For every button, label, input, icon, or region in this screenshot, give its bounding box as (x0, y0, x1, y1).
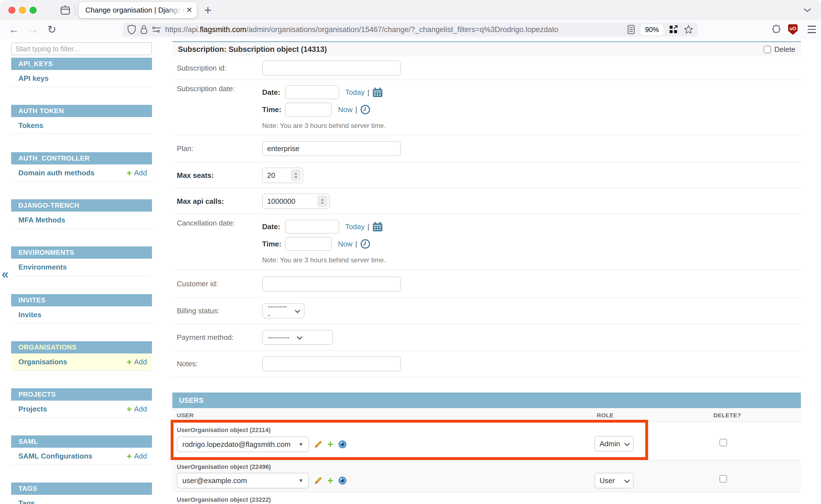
timezone-note: Note: You are 3 hours behind server time… (262, 256, 386, 264)
view-eye-icon[interactable] (338, 440, 346, 449)
tab-strip: Change organisation | Django site ad ✕ + (0, 0, 821, 20)
delete-user-checkbox[interactable] (720, 475, 727, 483)
close-window-button[interactable] (8, 7, 15, 14)
page-content: « API_KEYS API keys AUTH TOKEN Tokens AU… (0, 39, 821, 504)
lock-icon[interactable] (140, 25, 148, 35)
ublock-extension-icon[interactable]: uO (788, 24, 798, 35)
sidebar-collapse-toggle[interactable]: « (2, 267, 8, 281)
payment-method-select[interactable]: --------- (262, 330, 333, 345)
sidebar-item-environments[interactable]: Environments (11, 259, 152, 276)
field-label: Subscription date: (177, 84, 262, 93)
url-bar[interactable]: https://api.flagsmith.com/admin/organisa… (123, 23, 698, 37)
sidebar-item-tokens[interactable]: Tokens (11, 117, 152, 134)
zoom-level-button[interactable]: 90% (641, 24, 663, 35)
url-scheme: https:// (165, 25, 188, 34)
subscription-date-input[interactable] (285, 85, 339, 99)
edit-pencil-icon[interactable] (314, 440, 322, 449)
url-text[interactable]: https://api.flagsmith.com/admin/organisa… (165, 25, 627, 34)
plan-input[interactable] (262, 141, 401, 156)
add-link[interactable]: +Add (127, 357, 147, 366)
user-row: UserOrganisation object (22114) rodrigo.… (172, 422, 801, 461)
now-link[interactable]: Now (338, 105, 352, 114)
role-select[interactable]: User (595, 473, 634, 488)
form-row-cancellation-date: Cancellation date: Date: Today | (172, 214, 801, 270)
sidebar-item-label: Tags (18, 499, 35, 504)
sidebar-item-label: API keys (18, 74, 49, 83)
calendar-icon[interactable] (372, 221, 383, 232)
add-link[interactable]: +Add (127, 168, 147, 177)
add-label: Add (134, 358, 147, 366)
sidebar-section-projects: PROJECTS Projects +Add (11, 388, 152, 427)
section-footer (11, 229, 152, 238)
tab-overflow-chevron-icon[interactable] (803, 8, 812, 13)
calendar-icon[interactable] (372, 87, 383, 98)
customer-id-input[interactable] (262, 277, 401, 292)
delete-subscription-checkbox[interactable] (764, 46, 771, 53)
form-row-plan: Plan: (172, 135, 801, 163)
notes-input[interactable] (262, 356, 401, 371)
navigation-toolbar: ← → ↻ https://api.flagsmith.com/admin/or… (0, 20, 821, 39)
user-object-label: UserOrganisation object (22496) (172, 461, 801, 471)
maximize-window-button[interactable] (30, 7, 37, 14)
user-object-label: UserOrganisation object (22114) (172, 422, 801, 434)
sidebar-item-projects[interactable]: Projects +Add (11, 401, 152, 418)
add-label: Add (134, 405, 147, 413)
today-link[interactable]: Today (345, 88, 364, 97)
minimize-window-button[interactable] (19, 7, 26, 14)
users-section-header: USERS (172, 392, 801, 408)
billing-status-select[interactable]: --------- (262, 303, 304, 318)
sidebar-item-saml-configurations[interactable]: SAML Configurations +Add (11, 448, 152, 465)
back-button[interactable]: ← (9, 23, 19, 36)
number-spinner[interactable]: ▴▾ (291, 169, 301, 181)
section-header: AUTH TOKEN (11, 105, 152, 117)
now-link[interactable]: Now (338, 240, 352, 248)
user-select[interactable]: user@example.com ▼ (177, 473, 309, 488)
sidebar-toggle-icon[interactable] (60, 4, 71, 16)
separator: | (367, 222, 369, 231)
add-link[interactable]: +Add (127, 452, 147, 461)
active-tab[interactable]: Change organisation | Django site ad ✕ (79, 2, 197, 18)
permissions-icon[interactable] (152, 26, 162, 33)
bookmark-star-icon[interactable] (684, 25, 693, 34)
max-api-calls-input[interactable] (263, 197, 317, 206)
tab-close-icon[interactable]: ✕ (186, 6, 192, 14)
delete-user-checkbox[interactable] (720, 439, 727, 446)
reader-view-icon[interactable] (627, 25, 635, 35)
number-spinner[interactable]: ▴▾ (317, 195, 327, 207)
shield-icon[interactable] (127, 24, 136, 35)
tiles-extension-icon[interactable] (669, 25, 678, 34)
column-header-user: USER (177, 412, 193, 419)
add-user-icon[interactable]: + (327, 439, 333, 449)
clock-icon[interactable] (360, 104, 370, 115)
sidebar-item-tags[interactable]: Tags (11, 495, 152, 504)
sidebar-filter-input[interactable] (11, 42, 152, 55)
form-row-max-api-calls: Max api calls: ▴▾ (172, 189, 801, 214)
today-link[interactable]: Today (345, 222, 364, 231)
extensions-puzzle-icon[interactable] (770, 24, 781, 35)
section-footer (11, 87, 152, 96)
view-eye-icon[interactable] (338, 476, 346, 485)
add-link[interactable]: +Add (127, 404, 147, 413)
reload-button[interactable]: ↻ (47, 23, 56, 36)
cancellation-time-input[interactable] (285, 237, 332, 251)
sidebar-item-invites[interactable]: Invites (11, 306, 152, 324)
sidebar-item-api-keys[interactable]: API keys (11, 70, 152, 87)
menu-hamburger-icon[interactable] (808, 26, 816, 33)
forward-button[interactable]: → (28, 23, 38, 36)
sidebar-item-organisations[interactable]: Organisations +Add (11, 353, 152, 371)
sidebar-item-mfa-methods[interactable]: MFA Methods (11, 212, 152, 229)
section-footer (11, 276, 152, 285)
subscription-id-input[interactable] (262, 60, 401, 76)
sidebar-item-domain-auth-methods[interactable]: Domain auth methods +Add (11, 164, 152, 182)
role-select[interactable]: Admin (595, 436, 634, 452)
edit-pencil-icon[interactable] (314, 476, 322, 485)
user-select[interactable]: rodrigo.lopezdato@flagsmith.com ▼ (177, 437, 309, 452)
max-seats-input[interactable] (263, 171, 291, 180)
add-user-icon[interactable]: + (327, 476, 333, 486)
new-tab-button[interactable]: + (204, 4, 212, 16)
delete-label: Delete (774, 45, 795, 54)
time-label: Time: (262, 240, 285, 248)
subscription-time-input[interactable] (285, 103, 332, 117)
clock-icon[interactable] (360, 239, 370, 249)
cancellation-date-input[interactable] (285, 220, 339, 234)
